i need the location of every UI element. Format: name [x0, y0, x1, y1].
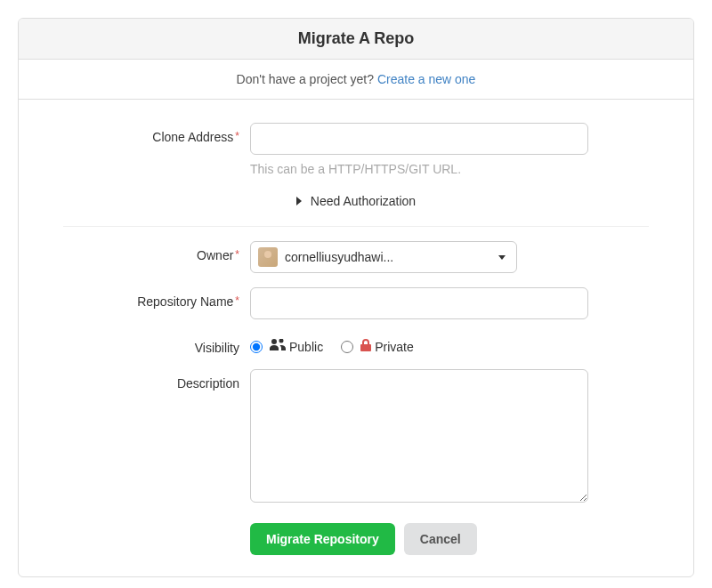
clone-address-row: Clone Address* This can be a HTTP/HTTPS/…	[63, 123, 649, 176]
required-mark: *	[235, 248, 239, 261]
chevron-down-icon	[498, 255, 506, 260]
avatar	[258, 247, 278, 267]
create-new-link[interactable]: Create a new one	[377, 72, 476, 86]
caret-right-icon	[296, 197, 302, 205]
clone-address-label: Clone Address*	[63, 123, 250, 144]
description-label: Description	[63, 369, 250, 391]
visibility-private-label: Private	[360, 339, 414, 354]
need-authorization-toggle[interactable]: Need Authorization	[63, 194, 649, 227]
clone-address-input[interactable]	[250, 123, 588, 155]
lock-icon	[360, 339, 371, 354]
visibility-public-radio[interactable]	[250, 341, 263, 353]
migrate-repo-panel: Migrate A Repo Don't have a project yet?…	[18, 18, 694, 577]
panel-header: Migrate A Repo	[19, 19, 693, 60]
page-title: Migrate A Repo	[33, 29, 679, 48]
visibility-private-radio[interactable]	[341, 341, 353, 353]
button-row: Migrate Repository Cancel	[250, 523, 649, 555]
owner-row: Owner* cornelliusyudhawi...	[63, 241, 649, 273]
repo-name-row: Repository Name*	[63, 287, 649, 319]
repo-name-input[interactable]	[250, 287, 588, 319]
required-mark: *	[235, 130, 239, 142]
visibility-radio-group: Public Private	[250, 334, 649, 354]
clone-address-help: This can be a HTTP/HTTPS/GIT URL.	[250, 162, 649, 176]
description-row: Description	[63, 369, 649, 505]
owner-label: Owner*	[63, 241, 250, 262]
cancel-button[interactable]: Cancel	[404, 523, 477, 555]
owner-dropdown[interactable]: cornelliusyudhawi...	[250, 241, 517, 273]
info-bar: Don't have a project yet? Create a new o…	[19, 60, 693, 100]
need-authorization-label: Need Authorization	[311, 194, 416, 208]
visibility-row: Visibility Public	[63, 334, 649, 355]
form-body: Clone Address* This can be a HTTP/HTTPS/…	[19, 100, 693, 576]
users-icon	[270, 339, 286, 354]
repo-name-label: Repository Name*	[63, 287, 250, 309]
required-mark: *	[235, 294, 239, 307]
visibility-label: Visibility	[63, 334, 250, 355]
description-textarea[interactable]	[250, 369, 588, 503]
info-text: Don't have a project yet?	[237, 72, 377, 86]
owner-selected-name: cornelliusyudhawi...	[285, 250, 491, 264]
migrate-repository-button[interactable]: Migrate Repository	[250, 523, 395, 555]
visibility-public-label: Public	[270, 339, 323, 354]
